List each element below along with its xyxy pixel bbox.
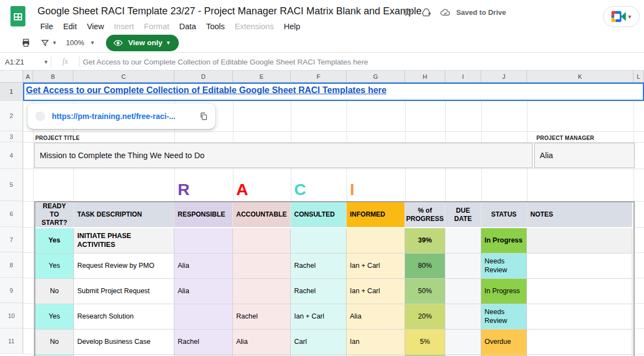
- formula-input[interactable]: Get Access to our Complete Collection of…: [83, 58, 368, 66]
- status-cell[interactable]: Overdue: [481, 330, 527, 355]
- column-header-E[interactable]: E: [233, 71, 291, 83]
- filter-views-button[interactable]: ▾: [38, 36, 56, 50]
- row-header-6[interactable]: 6: [0, 201, 23, 227]
- informed-cell[interactable]: [347, 228, 405, 253]
- gridline: [23, 131, 644, 132]
- consulted-cell[interactable]: Rachel: [291, 253, 347, 279]
- status-cell[interactable]: In Progress: [481, 279, 527, 304]
- menu-tools[interactable]: Tools: [201, 20, 230, 33]
- meet-button[interactable]: ▾: [603, 6, 640, 27]
- select-all-corner[interactable]: [0, 71, 23, 83]
- responsible-cell[interactable]: Rachel: [174, 330, 233, 355]
- task-cell[interactable]: Submit Project Request: [74, 279, 174, 304]
- column-header-K[interactable]: K: [527, 71, 634, 83]
- task-cell[interactable]: Request Review by PMO: [74, 253, 174, 279]
- menu-file[interactable]: File: [35, 20, 58, 33]
- responsible-cell[interactable]: [174, 304, 233, 330]
- google-meet-icon: [611, 11, 626, 22]
- accountable-cell[interactable]: [233, 279, 291, 304]
- progress-cell[interactable]: 80%: [405, 253, 445, 279]
- link-preview-url[interactable]: https://pm-training.net/free-raci-...: [52, 112, 196, 121]
- status-cell[interactable]: Needs Review: [481, 253, 527, 279]
- informed-cell[interactable]: Alia: [347, 304, 405, 330]
- project-title-cell[interactable]: Mission to Complete the Thing We Need to…: [34, 143, 533, 168]
- accountable-cell[interactable]: [233, 228, 291, 253]
- column-header-B[interactable]: B: [33, 71, 73, 83]
- view-only-button[interactable]: View only ▾: [106, 35, 179, 51]
- task-cell[interactable]: Research Solution: [74, 304, 174, 330]
- ready-cell[interactable]: Yes: [35, 304, 74, 330]
- name-box[interactable]: A1:Z1 ▾: [0, 58, 47, 66]
- progress-cell[interactable]: 5%: [405, 330, 445, 355]
- ready-cell[interactable]: No: [35, 330, 74, 355]
- column-header-L[interactable]: L: [634, 71, 644, 83]
- consulted-cell[interactable]: [291, 228, 347, 253]
- spreadsheet-grid[interactable]: ABCDEFGHIJKL 1234567891011 Get Access to…: [0, 71, 644, 356]
- row-header-11[interactable]: 11: [0, 328, 23, 354]
- consulted-cell[interactable]: Carl: [291, 330, 347, 355]
- due-date-cell[interactable]: [445, 253, 481, 279]
- due-date-cell[interactable]: [445, 228, 481, 253]
- row-header-2[interactable]: 2: [0, 101, 23, 131]
- informed-cell[interactable]: Ian + Carl: [347, 253, 405, 279]
- column-header-D[interactable]: D: [174, 71, 233, 83]
- ready-cell[interactable]: Yes: [35, 228, 74, 253]
- column-header-J[interactable]: J: [481, 71, 527, 83]
- row-header-3[interactable]: 3: [0, 131, 23, 142]
- row-header-7[interactable]: 7: [0, 227, 23, 252]
- status-cell[interactable]: Needs Review: [481, 304, 527, 330]
- responsible-cell[interactable]: Alia: [174, 279, 233, 304]
- progress-cell[interactable]: 50%: [405, 279, 445, 304]
- project-manager-cell[interactable]: Alia: [534, 143, 635, 168]
- progress-cell[interactable]: 39%: [405, 228, 445, 253]
- due-date-cell[interactable]: [445, 304, 481, 330]
- column-header-G[interactable]: G: [347, 71, 405, 83]
- ready-cell[interactable]: No: [35, 279, 74, 304]
- task-cell[interactable]: INITIATE PHASE ACTIVITIES: [74, 228, 174, 253]
- consulted-cell[interactable]: Rachel: [291, 279, 347, 304]
- notes-cell[interactable]: [527, 279, 632, 304]
- google-sheets-logo-icon[interactable]: [10, 6, 25, 26]
- column-header-I[interactable]: I: [445, 71, 481, 83]
- star-icon[interactable]: [402, 7, 413, 18]
- row-header-5[interactable]: 5: [0, 169, 23, 201]
- add-shortcut-to-drive-icon[interactable]: [421, 7, 432, 18]
- responsible-cell[interactable]: [174, 228, 233, 253]
- row-header-4[interactable]: 4: [0, 142, 23, 169]
- task-cell[interactable]: Develop Business Case: [74, 330, 174, 355]
- notes-cell[interactable]: [527, 304, 632, 330]
- menu-edit[interactable]: Edit: [58, 20, 82, 33]
- column-header-H[interactable]: H: [405, 71, 445, 83]
- document-title[interactable]: Google Sheet RACI Template 23/27 - Proje…: [38, 6, 422, 17]
- accountable-cell[interactable]: Rachel: [233, 304, 291, 330]
- status-cell[interactable]: In Progress: [481, 228, 527, 253]
- ready-cell[interactable]: Yes: [35, 253, 74, 279]
- zoom-selector[interactable]: 100% ▾: [66, 39, 94, 47]
- column-header-A[interactable]: A: [23, 71, 33, 83]
- notes-cell[interactable]: [527, 253, 632, 279]
- menu-view[interactable]: View: [82, 20, 109, 33]
- banner-hyperlink[interactable]: Get Access to our Complete Collection of…: [26, 85, 386, 95]
- row-header-8[interactable]: 8: [0, 252, 23, 278]
- responsible-cell[interactable]: Alia: [174, 253, 233, 279]
- column-header-F[interactable]: F: [291, 71, 347, 83]
- column-header-C[interactable]: C: [73, 71, 174, 83]
- accountable-cell[interactable]: [233, 253, 291, 279]
- notes-cell[interactable]: [527, 330, 632, 355]
- due-date-cell[interactable]: [445, 330, 481, 355]
- copy-link-icon[interactable]: [196, 109, 211, 123]
- due-date-cell[interactable]: [445, 279, 481, 304]
- menu-data[interactable]: Data: [174, 20, 201, 33]
- row-header-10[interactable]: 10: [0, 303, 23, 328]
- row-header-1[interactable]: 1: [0, 83, 23, 101]
- menu-help[interactable]: Help: [279, 20, 305, 33]
- consulted-cell[interactable]: Ian + Carl: [291, 304, 347, 330]
- progress-cell[interactable]: 20%: [405, 304, 445, 330]
- row-header-9[interactable]: 9: [0, 278, 23, 303]
- chevron-down-icon: ▾: [91, 40, 94, 46]
- notes-cell[interactable]: [527, 228, 632, 253]
- print-icon[interactable]: [19, 36, 33, 50]
- informed-cell[interactable]: Ian: [347, 330, 405, 355]
- informed-cell[interactable]: Ian + Carl: [347, 279, 405, 304]
- accountable-cell[interactable]: Alia: [233, 330, 291, 355]
